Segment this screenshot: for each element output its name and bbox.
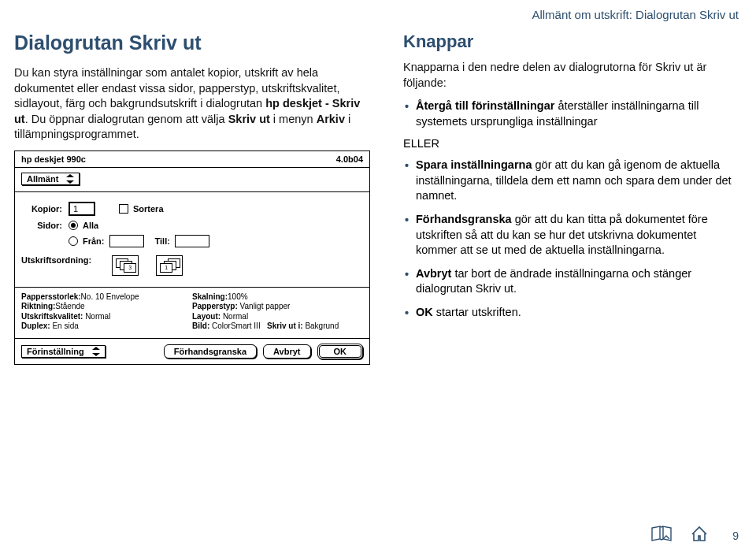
- collate-checkbox[interactable]: [119, 204, 128, 214]
- ok-button[interactable]: OK: [317, 344, 364, 359]
- bullet-list-2: Spara inställningarna gör att du kan gå …: [403, 158, 740, 320]
- cancel-button[interactable]: Avbryt: [263, 344, 310, 359]
- sum-layout-v: Normal: [223, 312, 248, 321]
- sum-papersize-k: Pappersstorlek:: [21, 292, 81, 301]
- sum-papersize-v: No. 10 Envelope: [81, 292, 139, 301]
- page-number: 9: [732, 530, 739, 542]
- tab-selector-label: Allmänt: [27, 174, 58, 184]
- preset-dropdown[interactable]: Förinställning: [21, 345, 106, 358]
- intro-paragraph: Du kan styra inställningar som antalet k…: [14, 65, 376, 143]
- pages-range-radio[interactable]: [69, 236, 78, 246]
- sum-image-v: ColorSmart III: [212, 321, 261, 330]
- bullet-bold: Återgå till förinställningar: [416, 99, 554, 112]
- pages-all-radio[interactable]: [69, 221, 78, 230]
- sum-scale-k: Skalning:: [192, 292, 228, 301]
- list-item: Förhandsgranska gör att du kan titta på …: [403, 212, 740, 258]
- dialog-summary-block: Pappersstorlek:No. 10 Envelope Skalning:…: [15, 288, 369, 339]
- dialog-version: 4.0b04: [336, 154, 363, 164]
- sum-scale-v: 100%: [228, 292, 248, 301]
- list-item: Spara inställningarna gör att du kan gå …: [403, 158, 740, 204]
- preset-label: Förinställning: [27, 347, 84, 356]
- copies-label: Kopior:: [21, 204, 64, 214]
- section-buttons-title: Knappar: [403, 32, 740, 52]
- bullet-rest: startar utskriften.: [433, 306, 521, 318]
- print-order-front-to-back[interactable]: 123: [112, 255, 139, 276]
- or-divider: ELLER: [403, 137, 740, 150]
- updown-icon: [66, 174, 74, 184]
- intro-bold-file: Arkiv: [317, 113, 345, 125]
- sum-layout-k: Layout:: [192, 312, 220, 321]
- pages-all-label: Alla: [83, 221, 98, 230]
- page-running-header: Allmänt om utskrift: Dialogrutan Skriv u…: [532, 8, 739, 21]
- sum-ptype-k: Papperstyp:: [192, 302, 238, 310]
- bullet-list-1: Återgå till förinställningar återställer…: [403, 98, 740, 129]
- bullet-rest: tar bort de ändrade inställningarna och …: [416, 267, 691, 295]
- tab-selector[interactable]: Allmänt: [21, 173, 80, 185]
- list-item: OK startar utskriften.: [403, 305, 740, 321]
- page-title: Dialogrutan Skriv ut: [14, 32, 376, 54]
- list-item: Avbryt tar bort de ändrade inställningar…: [403, 266, 740, 297]
- sum-duplex-k: Duplex:: [21, 321, 50, 330]
- to-input[interactable]: [175, 235, 209, 247]
- sum-image-k: Bild:: [192, 321, 209, 330]
- sum-orient-v: Stående: [55, 302, 84, 310]
- list-item: Återgå till förinställningar återställer…: [403, 98, 740, 129]
- book-icon[interactable]: [650, 525, 673, 542]
- print-order-label: Utskriftsordning:: [21, 255, 91, 265]
- sum-ptype-v: Vanligt papper: [240, 302, 291, 310]
- bullet-bold: Spara inställningarna: [416, 158, 532, 171]
- collate-label: Sortera: [133, 204, 164, 214]
- to-label: Till:: [155, 236, 170, 246]
- from-input[interactable]: [109, 235, 144, 247]
- buttons-intro: Knapparna i den nedre delen av dialogrut…: [403, 60, 740, 91]
- from-label: Från:: [83, 236, 105, 246]
- sum-bg-k: Skriv ut i:: [267, 321, 303, 330]
- bullet-bold: Avbryt: [416, 267, 451, 280]
- home-icon[interactable]: [690, 525, 709, 542]
- bullet-bold: OK: [416, 306, 433, 318]
- dialog-title: hp deskjet 990c: [21, 154, 86, 164]
- copies-input[interactable]: [69, 202, 95, 216]
- sum-orient-k: Riktning:: [21, 302, 55, 310]
- sum-qual-v: Normal: [85, 312, 110, 321]
- updown-icon: [92, 347, 100, 356]
- sum-duplex-v: En sida: [52, 321, 78, 330]
- sum-bg-v: Bakgrund: [305, 321, 339, 330]
- intro-bold-print: Skriv ut: [228, 113, 270, 125]
- print-dialog: hp deskjet 990c 4.0b04 Allmänt Kopior: S…: [14, 151, 370, 365]
- intro-text-c: . Du öppnar dialogrutan genom att välja: [25, 113, 228, 125]
- sum-qual-k: Utskriftskvalitet:: [21, 312, 83, 321]
- bullet-bold: Förhandsgranska: [416, 213, 512, 225]
- pages-label: Sidor:: [21, 221, 64, 230]
- preview-button[interactable]: Förhandsgranska: [164, 344, 257, 359]
- print-order-back-to-front[interactable]: 321: [156, 255, 183, 276]
- intro-text-e: i menyn: [270, 113, 317, 125]
